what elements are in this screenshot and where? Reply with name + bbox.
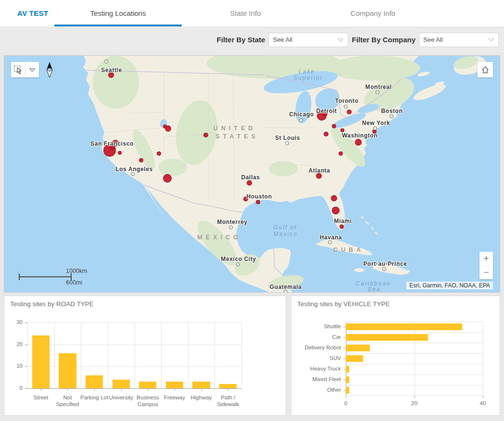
vehicle-category-label: Delivery Robot	[294, 345, 341, 350]
testing-site-marker[interactable]	[256, 200, 260, 204]
vehicle-type-bar[interactable]	[346, 376, 349, 384]
map-scalebar: 1000km 600mi	[19, 267, 96, 287]
testing-site-marker[interactable]	[324, 132, 328, 136]
city-label: Guatemala	[270, 284, 302, 290]
city-label: Dallas	[241, 174, 260, 181]
x-axis-tick	[41, 388, 41, 391]
tab-label: Company Info	[351, 9, 395, 17]
testing-site-marker[interactable]	[118, 151, 122, 155]
testing-site-marker[interactable]	[247, 180, 252, 186]
company-filter-select[interactable]: See All	[419, 33, 499, 47]
city-label: Havana	[320, 234, 342, 241]
scalebar-tick	[19, 273, 20, 280]
testing-site-marker[interactable]	[157, 151, 161, 156]
road-chart-title: Testing sites by ROAD TYPE	[10, 300, 94, 308]
road-type-bar[interactable]	[32, 335, 50, 388]
testing-site-marker[interactable]	[332, 207, 340, 214]
city-point-marker	[373, 126, 377, 130]
water-label: Sea	[367, 286, 380, 293]
water-label: Lake	[299, 68, 315, 75]
testing-site-marker[interactable]	[339, 151, 343, 156]
road-type-bar[interactable]	[192, 382, 210, 388]
vehicle-type-bar[interactable]	[346, 323, 462, 331]
map-canvas[interactable]: SeattleSan FranciscoLos AngelesDallasHou…	[4, 56, 500, 292]
gridline-y	[346, 364, 483, 364]
region-label: MÉXICO	[197, 234, 241, 241]
testing-site-marker[interactable]	[139, 158, 143, 162]
vehicle-chart-plot: 02040ShuttleCarDelivery RobotSUVHeavy Tr…	[346, 322, 483, 396]
vehicle-type-chart-panel: Testing sites by VEHICLE TYPE 02040Shutt…	[291, 296, 500, 416]
road-type-bar[interactable]	[59, 353, 76, 388]
gridline-x	[81, 322, 81, 388]
road-category-label: Path / Sidewalk	[211, 394, 245, 408]
vehicle-type-bar[interactable]	[346, 387, 349, 394]
vehicle-type-bar[interactable]	[346, 355, 363, 362]
city-point-marker	[390, 114, 393, 118]
state-filter-label: Filter By State	[217, 36, 265, 44]
vehicle-category-label: Mixed Fleet	[294, 376, 341, 382]
gridline-x	[108, 322, 108, 388]
zoom-in-button[interactable]: +	[479, 252, 493, 266]
testing-site-marker[interactable]	[347, 110, 352, 114]
compass-icon	[45, 62, 54, 78]
city-point-marker	[131, 172, 135, 176]
x-axis-tick	[148, 388, 148, 391]
gridline-x	[54, 322, 55, 388]
map-toolbar	[11, 62, 39, 77]
testing-site-marker[interactable]	[340, 224, 344, 229]
select-tool-icon	[13, 65, 23, 74]
testing-site-marker[interactable]	[332, 124, 336, 128]
city-label: Montreal	[365, 84, 392, 90]
city-point-marker	[299, 118, 303, 122]
vehicle-type-bar[interactable]	[346, 345, 370, 352]
chevron-down-icon	[488, 37, 494, 43]
select-tool-button[interactable]	[11, 62, 25, 77]
home-extent-button[interactable]	[478, 62, 493, 77]
select-tool-dropdown[interactable]	[25, 62, 39, 77]
vehicle-category-label: SUV	[294, 355, 341, 361]
city-label: Chicago	[289, 111, 314, 118]
vehicle-chart-title: Testing sites by VEHICLE TYPE	[297, 300, 390, 308]
city-point-marker	[285, 141, 289, 145]
state-filter-select[interactable]: See All	[268, 33, 348, 47]
tab-testing-locations[interactable]: Testing Locations	[54, 0, 182, 26]
testing-site-marker[interactable]	[355, 139, 362, 146]
road-type-bar[interactable]	[113, 380, 130, 388]
gridline-y	[346, 385, 483, 385]
road-type-chart-panel: Testing sites by ROAD TYPE 0102030Street…	[4, 296, 286, 416]
home-icon	[480, 65, 490, 74]
city-label: Atlanta	[309, 167, 330, 174]
gridline-x	[415, 322, 415, 396]
road-type-bar[interactable]	[166, 382, 183, 388]
tab-company-info[interactable]: Company Info	[309, 0, 437, 26]
x-axis-tick	[94, 388, 95, 391]
testing-site-marker[interactable]	[331, 195, 337, 201]
road-type-bar[interactable]	[139, 382, 156, 388]
testing-site-marker[interactable]	[163, 174, 172, 183]
city-label: Detroit	[316, 108, 337, 114]
y-axis-tick-label: 10	[8, 363, 23, 369]
company-filter-label: Filter By Company	[352, 36, 416, 44]
vehicle-type-bar[interactable]	[346, 334, 428, 341]
road-type-bar[interactable]	[219, 384, 237, 388]
city-label: Los Angeles	[115, 166, 153, 173]
map-panel: SeattleSan FranciscoLos AngelesDallasHou…	[4, 55, 500, 293]
testing-site-marker[interactable]	[163, 124, 167, 128]
gridline-y	[346, 374, 483, 375]
vehicle-type-bar[interactable]	[346, 366, 349, 373]
city-label: Houston	[247, 193, 272, 200]
testing-site-marker[interactable]	[203, 133, 208, 137]
vehicle-category-label: Heavy Truck	[294, 366, 341, 371]
road-type-bar[interactable]	[86, 375, 103, 388]
x-axis-tick	[67, 388, 68, 391]
zoom-out-button[interactable]: −	[479, 266, 493, 279]
tab-state-info[interactable]: State Info	[182, 0, 309, 26]
compass-needle[interactable]	[45, 62, 54, 78]
city-label: Washington	[342, 132, 378, 139]
chevron-down-icon	[29, 67, 36, 73]
gridline-x	[188, 322, 189, 388]
testing-site-marker[interactable]	[340, 128, 344, 132]
x-axis-tick	[228, 388, 228, 391]
city-label: Toronto	[335, 98, 359, 104]
gridline-x	[161, 322, 162, 388]
